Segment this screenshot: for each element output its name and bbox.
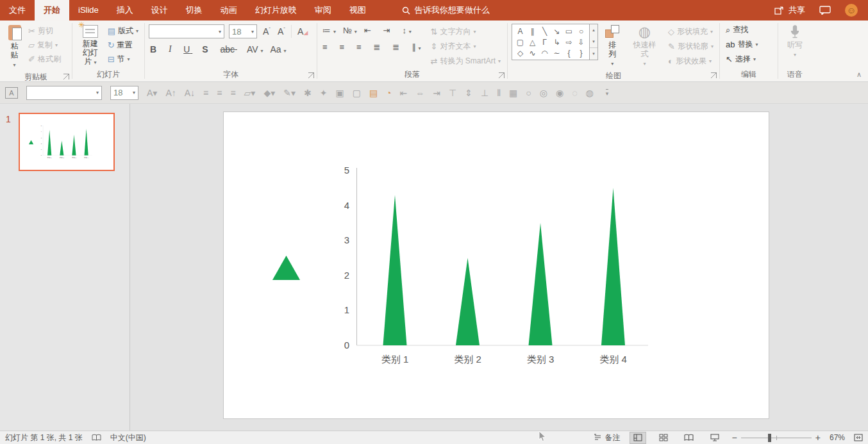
- align-left-icon[interactable]: ≡: [203, 88, 208, 97]
- tab-insert[interactable]: 插入: [108, 0, 142, 21]
- text-box-shape[interactable]: A: [514, 26, 526, 37]
- select-button[interactable]: ↖ 选择 ▾: [724, 53, 758, 65]
- comments-icon[interactable]: [819, 6, 831, 15]
- paste-button[interactable]: 粘贴 ▾: [4, 24, 25, 71]
- oval-shape[interactable]: ○: [575, 26, 587, 37]
- increase-font-size-button[interactable]: Aˆ: [262, 26, 272, 37]
- distribute-objects-icon[interactable]: ⫴: [497, 88, 501, 97]
- distributed-button[interactable]: ≣ ▾: [391, 42, 406, 52]
- decrease-indent-button[interactable]: ⇤ ▾: [363, 25, 378, 35]
- bring-forward-icon[interactable]: ▣: [335, 88, 344, 97]
- quick-styles-button[interactable]: ◍ 快速样式 ▾: [627, 24, 662, 70]
- new-slide-button[interactable]: 新建 幻灯片 ▾: [76, 24, 104, 69]
- curve-shape[interactable]: ∼: [551, 47, 563, 58]
- align-objects-bottom-icon[interactable]: ⊥: [481, 88, 488, 97]
- increase-indent-button[interactable]: ⇥ ▾: [382, 25, 397, 35]
- format-painter-button[interactable]: ✐ 格式刷 ▾: [26, 53, 68, 65]
- rounded-rectangle-shape[interactable]: ▢: [514, 37, 526, 47]
- dictate-button[interactable]: 听写 ▾: [784, 24, 806, 61]
- slide-chart-svg[interactable]: 012345类别 1类别 2类别 3类别 4: [224, 112, 770, 420]
- gallery-scroll-up[interactable]: ▴: [590, 24, 597, 36]
- elbow-arrow-connector-shape[interactable]: ↳: [551, 37, 563, 47]
- freeform-shape[interactable]: ◇: [514, 47, 526, 58]
- user-avatar[interactable]: ☺: [845, 4, 858, 17]
- tell-me-search[interactable]: 告诉我你想要做什么: [402, 0, 490, 21]
- zoom-track[interactable]: [741, 438, 812, 438]
- selection-pane-icon[interactable]: ▤: [369, 88, 378, 97]
- zoom-handle[interactable]: [768, 434, 771, 442]
- language-indicator[interactable]: 中文(中国): [110, 432, 146, 443]
- toolbar-font-size-combobox[interactable]: 18▾: [110, 86, 138, 100]
- arrow-line-shape[interactable]: ↘: [551, 26, 563, 37]
- toolbar-font-name-combobox[interactable]: ▾: [26, 86, 102, 100]
- underline-button[interactable]: U ▾: [182, 44, 196, 54]
- normal-view-button[interactable]: [630, 432, 646, 444]
- clipboard-dialog-launcher[interactable]: [63, 74, 69, 79]
- font-color-icon[interactable]: A▾: [147, 88, 157, 97]
- slide-sorter-view-button[interactable]: [655, 432, 672, 444]
- merge-combine-icon[interactable]: ◎: [540, 88, 547, 97]
- align-objects-center-icon[interactable]: ⇔: [415, 88, 424, 97]
- drawing-dialog-launcher[interactable]: [711, 72, 717, 78]
- gallery-scroll-down[interactable]: ▾: [590, 36, 597, 47]
- group-objects-icon[interactable]: ▦: [509, 88, 517, 97]
- rectangle-shape[interactable]: ▭: [563, 26, 575, 37]
- triangle-shape[interactable]: △: [526, 37, 538, 47]
- convert-smartart-button[interactable]: ⇄ 转换为 SmartArt ▾: [429, 55, 503, 67]
- tab-view[interactable]: 视图: [340, 0, 375, 21]
- tab-review[interactable]: 审阅: [306, 0, 340, 21]
- merge-fragment-icon[interactable]: ◉: [556, 88, 563, 97]
- clear-formatting-button[interactable]: A◢: [296, 26, 309, 37]
- merge-union-icon[interactable]: ○: [526, 88, 531, 97]
- zoom-in-button[interactable]: +: [815, 432, 821, 443]
- change-case-button[interactable]: Aa ▾: [269, 44, 288, 54]
- align-objects-left-icon[interactable]: ⇤: [400, 88, 408, 97]
- down-arrow-shape[interactable]: ⇩: [575, 37, 587, 47]
- tab-transitions[interactable]: 切换: [177, 0, 212, 21]
- replace-button[interactable]: ab 替换 ▾: [724, 38, 760, 50]
- align-right-icon[interactable]: ≡: [230, 88, 235, 97]
- tab-design[interactable]: 设计: [142, 0, 177, 21]
- arc-shape[interactable]: ◠: [538, 47, 551, 58]
- text-box-icon[interactable]: A: [5, 87, 18, 99]
- decrease-font-icon[interactable]: A↓: [185, 88, 195, 97]
- font-dialog-launcher[interactable]: [308, 72, 314, 78]
- reset-button[interactable]: ↻ 重置 ▾: [106, 39, 140, 51]
- animation-timing-icon[interactable]: ◔: [386, 88, 391, 97]
- numbering-button[interactable]: № ▾: [342, 25, 358, 35]
- find-button[interactable]: ⌕ 查找 ▾: [724, 24, 755, 35]
- bullets-button[interactable]: ≔ ▾: [321, 25, 337, 35]
- align-left-button[interactable]: ≡ ▾: [321, 42, 334, 52]
- fit-to-window-icon[interactable]: [854, 434, 863, 441]
- layout-button[interactable]: ▤ 版式 ▾: [106, 25, 140, 37]
- decrease-font-size-button[interactable]: Aˇ: [276, 26, 287, 37]
- collapse-ribbon-button[interactable]: ∧: [856, 70, 862, 79]
- right-arrow-shape[interactable]: ⇨: [563, 37, 575, 47]
- align-objects-right-icon[interactable]: ⇥: [433, 88, 440, 97]
- merge-subtract-icon[interactable]: ◍: [586, 88, 594, 97]
- shape-outline-button[interactable]: ✎ 形状轮廓 ▾: [666, 40, 715, 52]
- share-button[interactable]: 共享: [774, 4, 805, 16]
- tab-islide[interactable]: iSlide: [69, 0, 108, 21]
- shape-outline-icon[interactable]: ✎▾: [283, 88, 296, 97]
- left-brace-shape[interactable]: {: [563, 47, 575, 58]
- copy-button[interactable]: ▱ 复制 ▾: [26, 39, 68, 51]
- spell-check-icon[interactable]: [92, 434, 101, 442]
- justify-button[interactable]: ≣ ▾: [372, 42, 387, 52]
- line-spacing-button[interactable]: ↕ ▾: [401, 25, 412, 35]
- font-name-combobox[interactable]: ▾: [149, 24, 224, 38]
- character-spacing-button[interactable]: AV ▾: [246, 44, 265, 54]
- tab-animations[interactable]: 动画: [212, 0, 246, 21]
- paragraph-dialog-launcher[interactable]: [499, 72, 505, 78]
- right-brace-shape[interactable]: }: [575, 47, 587, 58]
- shape-fill-icon[interactable]: ◆▾: [263, 88, 275, 97]
- tab-slideshow[interactable]: 幻灯片放映: [246, 0, 306, 21]
- italic-button[interactable]: I ▾: [167, 44, 178, 54]
- insert-shape-icon[interactable]: ▱▾: [244, 88, 256, 97]
- slide-editor-workspace[interactable]: 012345类别 1类别 2类别 3类别 4: [131, 104, 868, 431]
- vertical-text-box-shape[interactable]: ∥: [526, 26, 538, 37]
- slide-canvas[interactable]: 012345类别 1类别 2类别 3类别 4: [223, 111, 769, 419]
- section-button[interactable]: ⊟ 节 ▾: [106, 53, 140, 65]
- merge-intersect-icon[interactable]: ◌: [572, 88, 577, 97]
- align-right-button[interactable]: ≡ ▾: [355, 42, 368, 52]
